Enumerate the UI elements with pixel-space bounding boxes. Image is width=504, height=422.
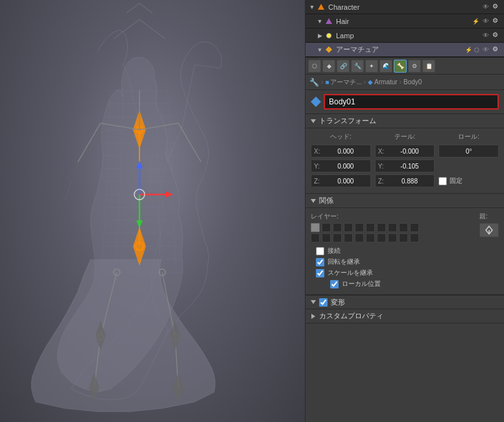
tail-x-field[interactable]: X: -0.000	[375, 145, 435, 158]
deform-checkbox[interactable]	[319, 298, 328, 307]
layer-cell-1[interactable]	[311, 223, 320, 232]
expand-lamp[interactable]: ▶	[316, 32, 324, 40]
connect-checkbox-row: 接続	[311, 246, 499, 255]
svg-line-25	[139, 3, 152, 13]
layer-cell-14[interactable]	[344, 233, 353, 242]
head-x-field[interactable]: X: 0.000	[311, 145, 371, 158]
eye-icon-hair[interactable]: 👁	[481, 17, 490, 26]
layer-cell-6[interactable]	[366, 223, 375, 232]
layer-cell-18[interactable]	[388, 233, 397, 242]
head-z-field[interactable]: Z: 0.000	[311, 174, 371, 187]
layer-cell-19[interactable]	[399, 233, 408, 242]
outliner-row-armature[interactable]: ▼ アーマチュア ⚡ ⬡ 👁 ⚙	[306, 43, 504, 57]
tool-btn-physics[interactable]: 🌊	[379, 60, 392, 73]
head-x-label: X:	[314, 148, 322, 155]
properties-toolbar: ⬡ ◆ 🔗 🔧 ✦ 🌊 🦴 ⚙ 📋	[306, 58, 504, 75]
connect-label: 接続	[328, 246, 341, 255]
layer-cell-4[interactable]	[344, 223, 353, 232]
deform-arrow	[311, 300, 316, 304]
inherit-rotation-checkbox[interactable]	[316, 258, 324, 266]
roll-field[interactable]: 0°	[438, 145, 499, 158]
properties-panel: ▼ Character 👁 ⚙ ▼ Hair ⚡ 👁	[305, 0, 504, 422]
layer-cell-5[interactable]	[355, 223, 364, 232]
tail-z-field[interactable]: Z: 0.888	[375, 174, 435, 187]
lamp-row-controls: 👁 ⚙	[481, 31, 501, 40]
svg-line-19	[78, 123, 101, 162]
layer-cell-17[interactable]	[377, 233, 386, 242]
expand-character[interactable]: ▼	[308, 3, 316, 11]
relations-title: 関係	[319, 196, 333, 205]
settings-icon-armature[interactable]: ⚙	[492, 45, 501, 54]
layer-cell-12[interactable]	[322, 233, 331, 242]
tail-y-field[interactable]: Y: -0.105	[375, 159, 435, 172]
settings-icon-character[interactable]: ⚙	[492, 3, 501, 12]
layer-cell-20[interactable]	[410, 233, 419, 242]
outliner-row-character[interactable]: ▼ Character 👁 ⚙	[306, 0, 504, 14]
tool-btn-particles[interactable]: ✦	[365, 60, 378, 73]
breadcrumb-sep3: ›	[400, 78, 402, 86]
eye-icon-character[interactable]: 👁	[481, 3, 490, 12]
layer-cell-16[interactable]	[366, 233, 375, 242]
expand-hair[interactable]: ▼	[316, 18, 324, 25]
outliner-row-hair[interactable]: ▼ Hair ⚡ 👁 ⚙	[306, 14, 504, 29]
parent-button[interactable]	[479, 223, 499, 237]
tail-y-value[interactable]: -0.105	[388, 163, 432, 170]
head-y-label: Y:	[314, 163, 322, 170]
hair-label: Hair	[336, 18, 472, 25]
head-z-value[interactable]: 0.000	[324, 178, 368, 185]
tool-btn-modifiers[interactable]: 🔧	[351, 60, 364, 73]
head-z-label: Z:	[314, 178, 322, 185]
breadcrumb-armature[interactable]: ■ アーマチ...	[325, 78, 361, 87]
breadcrumb-body0[interactable]: Body0	[403, 78, 422, 86]
properties-content: トランスフォーム ヘッド: テール: ロール: X: 0.000 X:	[306, 90, 504, 422]
eye-icon-armature[interactable]: 👁	[481, 45, 490, 54]
transform-section-header[interactable]: トランスフォーム	[306, 114, 504, 128]
hair-extra-icon: ⚡	[472, 18, 479, 25]
fixed-checkbox[interactable]	[438, 177, 447, 185]
transform-content: ヘッド: テール: ロール: X: 0.000 X: -0.000 0°	[306, 128, 504, 194]
tail-z-value[interactable]: 0.888	[388, 178, 432, 185]
layer-section: レイヤー:	[311, 212, 469, 242]
tool-btn-transform[interactable]: ⬡	[308, 60, 321, 73]
viewport-3d[interactable]	[0, 0, 305, 422]
roll-value[interactable]: 0°	[442, 148, 496, 155]
tool-btn-object[interactable]: ◆	[322, 60, 335, 73]
layer-cell-15[interactable]	[355, 233, 364, 242]
tool-btn-bone-constraint[interactable]: ⚙	[408, 60, 421, 73]
head-x-value[interactable]: 0.000	[324, 148, 368, 155]
bone-name-input[interactable]	[324, 94, 499, 110]
character-row-controls: 👁 ⚙	[481, 3, 501, 12]
connect-checkbox[interactable]	[316, 247, 324, 255]
inherit-rotation-label: 回転を継承	[328, 257, 360, 266]
tool-btn-constraints[interactable]: 🔗	[337, 60, 350, 73]
outliner-row-lamp[interactable]: ▶ Lamp 👁 ⚙	[306, 29, 504, 43]
tail-x-label: X:	[378, 148, 386, 155]
tail-x-value[interactable]: -0.000	[388, 148, 432, 155]
deform-section-header[interactable]: 変形	[306, 295, 504, 309]
layer-cell-13[interactable]	[333, 233, 342, 242]
layer-label: レイヤー:	[311, 212, 469, 221]
layer-cell-11[interactable]	[311, 233, 320, 242]
layer-cell-9[interactable]	[399, 223, 408, 232]
head-y-value[interactable]: 0.000	[324, 163, 368, 170]
bone-name-icon	[311, 97, 321, 107]
head-y-field[interactable]: Y: 0.000	[311, 159, 371, 172]
local-pos-checkbox[interactable]	[330, 280, 339, 288]
roll-spacer	[438, 159, 499, 172]
tool-btn-data[interactable]: 📋	[422, 60, 435, 73]
relations-section-header[interactable]: 関係	[306, 194, 504, 208]
custom-props-section-header[interactable]: カスタムプロパティ	[306, 309, 504, 323]
layer-cell-3[interactable]	[333, 223, 342, 232]
breadcrumb-armatur[interactable]: ◆ Armatur	[368, 78, 398, 86]
layer-cell-8[interactable]	[388, 223, 397, 232]
eye-icon-lamp[interactable]: 👁	[481, 31, 490, 40]
settings-icon-hair[interactable]: ⚙	[492, 17, 501, 26]
layer-cell-10[interactable]	[410, 223, 419, 232]
hair-icon	[324, 16, 334, 27]
settings-icon-lamp[interactable]: ⚙	[492, 31, 501, 40]
layer-cell-7[interactable]	[377, 223, 386, 232]
inherit-scale-checkbox[interactable]	[316, 269, 324, 277]
layer-cell-2[interactable]	[322, 223, 331, 232]
expand-armature[interactable]: ▼	[316, 46, 324, 54]
tool-btn-bone[interactable]: 🦴	[394, 60, 407, 73]
